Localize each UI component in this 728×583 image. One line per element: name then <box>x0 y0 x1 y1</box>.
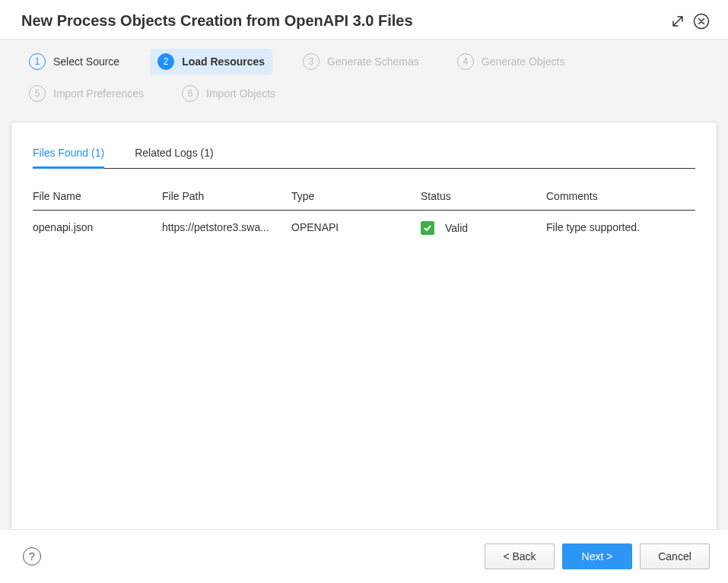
cell-type: OPENAPI <box>291 221 421 235</box>
check-icon <box>421 221 434 235</box>
step-number: 3 <box>303 53 319 70</box>
step-import-objects: 6 Import Objects <box>174 81 283 106</box>
step-label: Import Objects <box>206 87 275 100</box>
col-header-comments: Comments <box>546 190 695 202</box>
cancel-button[interactable]: Cancel <box>640 543 710 569</box>
help-button[interactable]: ? <box>23 547 41 566</box>
close-icon[interactable] <box>693 13 710 30</box>
header-controls <box>670 13 710 30</box>
cell-file-name: openapi.json <box>33 221 162 235</box>
main-panel: Files Found (1) Related Logs (1) File Na… <box>11 122 717 530</box>
step-generate-objects: 4 Generate Objects <box>450 49 573 74</box>
tab-files-found[interactable]: Files Found (1) <box>33 141 104 169</box>
step-number: 6 <box>182 85 199 102</box>
expand-icon[interactable] <box>670 14 685 29</box>
dialog-header: New Process Objects Creation from OpenAP… <box>0 0 728 39</box>
step-label: Load Resources <box>182 55 265 68</box>
col-header-status: Status <box>421 190 546 202</box>
wizard-steps: 1 Select Source 2 Load Resources 3 Gener… <box>0 39 728 122</box>
step-import-preferences: 5 Import Preferences <box>21 81 151 106</box>
cell-comments: File type supported. <box>546 221 695 235</box>
step-label: Generate Schemas <box>327 55 419 68</box>
step-number: 5 <box>29 85 46 102</box>
dialog: New Process Objects Creation from OpenAP… <box>0 0 728 583</box>
step-load-resources[interactable]: 2 Load Resources <box>150 49 272 74</box>
step-number: 1 <box>29 53 46 70</box>
step-number: 4 <box>457 53 474 70</box>
dialog-footer: ? < Back Next > Cancel <box>0 530 728 583</box>
col-header-type: Type <box>291 190 421 202</box>
content-area: Files Found (1) Related Logs (1) File Na… <box>0 122 728 530</box>
step-number: 2 <box>157 53 174 70</box>
tab-bar: Files Found (1) Related Logs (1) <box>33 141 695 169</box>
tab-related-logs[interactable]: Related Logs (1) <box>135 141 214 168</box>
next-button[interactable]: Next > <box>562 543 632 569</box>
step-label: Import Preferences <box>53 87 144 100</box>
table-header: File Name File Path Type Status Comments <box>33 182 695 211</box>
cell-status: Valid <box>421 221 546 235</box>
col-header-path: File Path <box>162 190 291 202</box>
dialog-title: New Process Objects Creation from OpenAP… <box>21 12 413 30</box>
step-generate-schemas: 3 Generate Schemas <box>295 49 427 74</box>
cell-file-path: https://petstore3.swa... <box>162 221 291 235</box>
step-label: Generate Objects <box>482 55 565 68</box>
step-select-source[interactable]: 1 Select Source <box>21 49 127 74</box>
col-header-name: File Name <box>33 190 162 202</box>
status-text: Valid <box>445 222 468 234</box>
table-row: openapi.json https://petstore3.swa... OP… <box>33 211 695 246</box>
step-label: Select Source <box>53 55 119 68</box>
back-button[interactable]: < Back <box>485 543 555 569</box>
